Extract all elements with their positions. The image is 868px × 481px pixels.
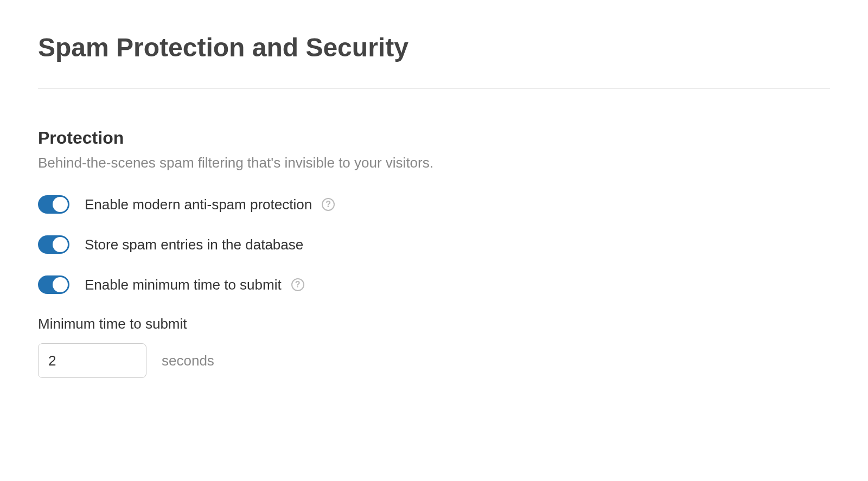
toggle-knob [53, 277, 68, 292]
toggle-row-antispam: Enable modern anti-spam protection ? [38, 195, 830, 214]
toggle-store-spam[interactable] [38, 235, 69, 254]
toggle-row-store-spam: Store spam entries in the database [38, 235, 830, 254]
section-title: Protection [38, 128, 830, 148]
section-description: Behind-the-scenes spam filtering that's … [38, 155, 830, 171]
min-time-field-row: seconds [38, 343, 830, 378]
toggle-min-time[interactable] [38, 275, 69, 294]
toggle-knob [53, 197, 68, 212]
divider [38, 88, 830, 89]
page-title: Spam Protection and Security [38, 33, 830, 62]
help-icon[interactable]: ? [322, 198, 335, 211]
min-time-label: Minimum time to submit [38, 316, 830, 332]
help-icon[interactable]: ? [291, 278, 304, 291]
toggle-row-min-time: Enable minimum time to submit ? [38, 275, 830, 294]
min-time-input[interactable] [38, 343, 146, 378]
min-time-field-group: Minimum time to submit seconds [38, 316, 830, 378]
toggle-label-antispam: Enable modern anti-spam protection [85, 196, 312, 213]
protection-section: Protection Behind-the-scenes spam filter… [38, 128, 830, 378]
min-time-suffix: seconds [162, 352, 214, 369]
toggle-label-min-time: Enable minimum time to submit [85, 277, 282, 293]
toggle-knob [53, 237, 68, 252]
toggle-antispam[interactable] [38, 195, 69, 214]
toggle-label-store-spam: Store spam entries in the database [85, 236, 303, 253]
